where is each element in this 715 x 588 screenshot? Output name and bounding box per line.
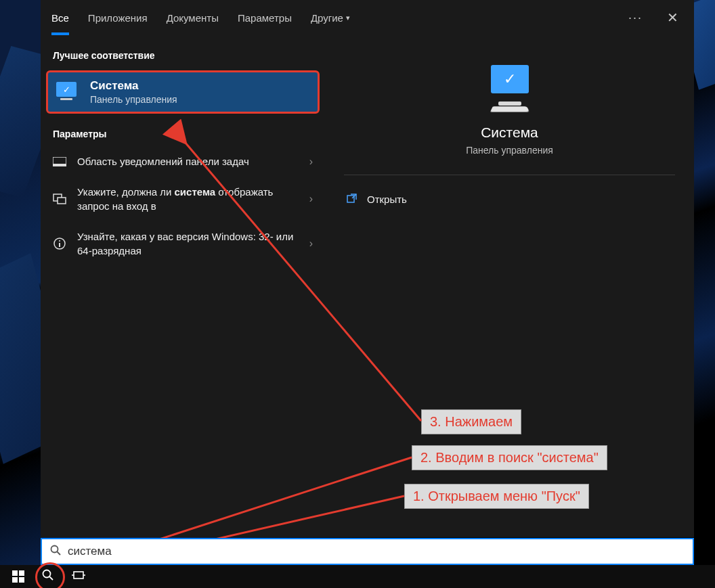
close-button[interactable]: ✕ (662, 9, 683, 26)
preview-subtitle: Панель управления (344, 145, 675, 156)
annotation-step-1: 1. Открываем меню "Пуск" (404, 484, 589, 509)
svg-rect-3 (58, 198, 66, 204)
search-input[interactable] (68, 545, 685, 558)
tab-apps[interactable]: Приложения (88, 0, 148, 35)
chevron-right-icon: › (309, 193, 313, 205)
best-match-item[interactable]: ✓ Система Панель управления (46, 70, 320, 114)
svg-point-13 (43, 570, 51, 578)
preview-title: Система (344, 125, 675, 141)
open-label: Открыть (367, 194, 407, 205)
svg-point-5 (59, 240, 60, 242)
settings-result-item[interactable]: Область уведомлений панели задач › (41, 146, 325, 177)
settings-result-text: Узнайте, какая у вас версия Windows: 32-… (77, 229, 299, 258)
results-list: Лучшее соответствие ✓ Система Панель упр… (41, 35, 325, 537)
taskbar-icon (53, 155, 66, 168)
system-icon: ✓ (56, 82, 81, 102)
search-tabs: Все Приложения Документы Параметры Други… (41, 0, 694, 35)
annotation-step-2: 2. Вводим в поиск "система" (412, 445, 607, 470)
svg-line-14 (49, 576, 53, 580)
svg-rect-15 (74, 572, 83, 579)
section-best-match: Лучшее соответствие (41, 42, 325, 68)
divider (344, 175, 675, 175)
chevron-right-icon: › (309, 156, 313, 168)
system-icon-large: ✓ (486, 65, 534, 112)
svg-rect-1 (53, 164, 66, 166)
svg-line-12 (58, 552, 61, 556)
more-options-button[interactable]: ··· (628, 11, 643, 25)
tab-more[interactable]: Другие ▾ (311, 0, 350, 35)
info-icon (53, 237, 66, 250)
settings-result-text: Область уведомлений панели задач (77, 154, 299, 168)
settings-result-item[interactable]: Укажите, должна ли система отображать за… (41, 177, 325, 221)
tab-more-label: Другие (311, 12, 343, 24)
tab-documents[interactable]: Документы (167, 0, 219, 35)
settings-result-text: Укажите, должна ли система отображать за… (77, 185, 299, 213)
taskbar (0, 565, 715, 588)
annotation-step-3: 3. Нажимаем (421, 409, 521, 434)
search-icon (50, 545, 61, 558)
search-bar[interactable] (41, 538, 694, 565)
best-match-title: Система (90, 79, 177, 93)
open-icon (347, 193, 358, 206)
tab-all[interactable]: Все (51, 0, 69, 35)
chevron-right-icon: › (309, 238, 313, 250)
projector-icon (53, 192, 66, 206)
settings-result-item[interactable]: Узнайте, какая у вас версия Windows: 32-… (41, 221, 325, 266)
section-settings: Параметры (41, 120, 325, 146)
tab-settings[interactable]: Параметры (238, 0, 292, 35)
best-match-subtitle: Панель управления (90, 94, 177, 105)
taskbar-search-button[interactable] (42, 569, 54, 584)
task-view-button[interactable] (72, 570, 85, 583)
chevron-down-icon: ▾ (346, 14, 350, 22)
svg-rect-6 (59, 243, 60, 247)
open-action[interactable]: Открыть (344, 187, 675, 211)
svg-point-11 (51, 546, 58, 553)
start-button[interactable] (12, 570, 24, 583)
